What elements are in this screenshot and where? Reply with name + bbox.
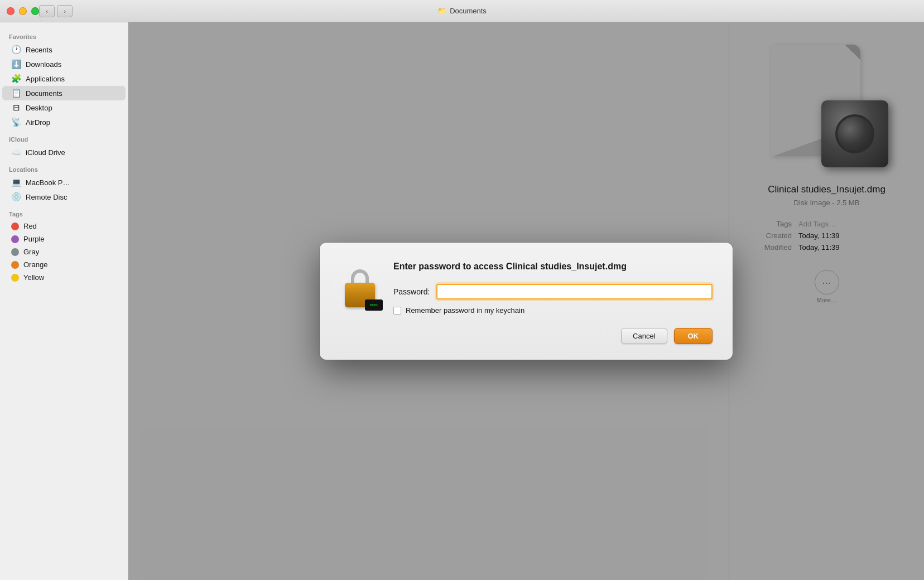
window-title: 📁 Documents	[437, 7, 487, 15]
titlebar: ‹ › 📁 Documents	[0, 0, 924, 22]
lock-body: exec	[345, 283, 375, 307]
applications-icon: 🧩	[11, 74, 21, 84]
documents-icon: 📋	[11, 88, 21, 98]
tags-header: Tags	[0, 204, 128, 220]
sidebar-item-downloads[interactable]: ⬇️ Downloads	[2, 57, 126, 71]
recents-label: Recents	[26, 46, 52, 54]
dialog-text-area: Enter password to access Clinical studie…	[393, 260, 713, 315]
keychain-row: Remember password in my keychain	[393, 306, 713, 315]
gray-tag-dot	[11, 248, 19, 256]
purple-tag-dot	[11, 235, 19, 243]
sidebar-item-orange[interactable]: Orange	[2, 258, 126, 271]
cancel-button[interactable]: Cancel	[621, 328, 667, 344]
dialog-icon-area: exec	[340, 260, 380, 311]
documents-label: Documents	[26, 89, 62, 98]
airdrop-icon: 📡	[11, 117, 21, 127]
gray-label: Gray	[23, 248, 39, 256]
finder-body: Favorites 🕐 Recents ⬇️ Downloads 🧩 Appli…	[0, 22, 924, 580]
macbook-label: MacBook P…	[26, 178, 70, 187]
applications-label: Applications	[26, 75, 65, 83]
password-label: Password:	[393, 287, 430, 296]
lock-shackle	[351, 269, 369, 283]
red-label: Red	[23, 222, 37, 230]
icloud-drive-label: iCloud Drive	[26, 148, 65, 157]
dialog-buttons: Cancel OK	[340, 328, 713, 344]
desktop-label: Desktop	[26, 104, 52, 112]
finder-window: ‹ › 📁 Documents Favorites 🕐 Recents ⬇️ D…	[0, 0, 924, 580]
forward-button[interactable]: ›	[57, 5, 73, 17]
exec-badge: exec	[365, 299, 383, 311]
icloud-header: iCloud	[0, 129, 128, 145]
desktop-icon: ⊟	[11, 103, 21, 113]
title-icon: 📁	[437, 7, 446, 15]
sidebar-item-desktop[interactable]: ⊟ Desktop	[2, 100, 126, 115]
sidebar: Favorites 🕐 Recents ⬇️ Downloads 🧩 Appli…	[0, 22, 128, 580]
sidebar-item-airdrop[interactable]: 📡 AirDrop	[2, 115, 126, 129]
orange-tag-dot	[11, 261, 19, 269]
main-content: Clinical studies_Insujet.dmg Disk Image …	[128, 22, 924, 580]
password-input[interactable]	[436, 284, 713, 299]
nav-buttons: ‹ ›	[39, 5, 73, 17]
traffic-lights	[7, 7, 39, 15]
sidebar-item-icloud-drive[interactable]: ☁️ iCloud Drive	[2, 145, 126, 160]
macbook-icon: 💻	[11, 177, 21, 187]
sidebar-item-yellow[interactable]: Yellow	[2, 271, 126, 284]
remote-disc-label: Remote Disc	[26, 193, 67, 201]
dialog-content: exec Enter password to access Clinical s…	[340, 260, 713, 315]
purple-label: Purple	[23, 235, 45, 243]
orange-label: Orange	[23, 260, 47, 269]
dialog-title: Enter password to access Clinical studie…	[393, 260, 713, 273]
ok-button[interactable]: OK	[674, 328, 713, 344]
back-button[interactable]: ‹	[39, 5, 55, 17]
locations-header: Locations	[0, 160, 128, 175]
remote-disc-icon: 💿	[11, 192, 21, 202]
sidebar-item-gray[interactable]: Gray	[2, 245, 126, 258]
close-button[interactable]	[7, 7, 15, 15]
favorites-header: Favorites	[0, 27, 128, 42]
dialog-overlay: exec Enter password to access Clinical s…	[128, 22, 924, 580]
title-label: Documents	[450, 7, 487, 15]
minimize-button[interactable]	[19, 7, 27, 15]
password-dialog: exec Enter password to access Clinical s…	[320, 243, 733, 360]
downloads-icon: ⬇️	[11, 59, 21, 69]
downloads-label: Downloads	[26, 60, 61, 69]
password-row: Password:	[393, 284, 713, 299]
sidebar-item-documents[interactable]: 📋 Documents	[2, 86, 126, 100]
red-tag-dot	[11, 223, 19, 230]
sidebar-item-red[interactable]: Red	[2, 220, 126, 233]
yellow-label: Yellow	[23, 273, 44, 282]
lock-icon: exec	[345, 269, 375, 307]
recents-icon: 🕐	[11, 45, 21, 55]
sidebar-item-purple[interactable]: Purple	[2, 233, 126, 245]
sidebar-item-macbook[interactable]: 💻 MacBook P…	[2, 175, 126, 190]
yellow-tag-dot	[11, 274, 19, 282]
sidebar-item-applications[interactable]: 🧩 Applications	[2, 71, 126, 86]
remember-checkbox[interactable]	[393, 307, 401, 315]
sidebar-item-recents[interactable]: 🕐 Recents	[2, 42, 126, 57]
remember-label: Remember password in my keychain	[406, 306, 524, 315]
airdrop-label: AirDrop	[26, 118, 50, 127]
icloud-drive-icon: ☁️	[11, 147, 21, 157]
sidebar-item-remote-disc[interactable]: 💿 Remote Disc	[2, 190, 126, 204]
maximize-button[interactable]	[31, 7, 39, 15]
